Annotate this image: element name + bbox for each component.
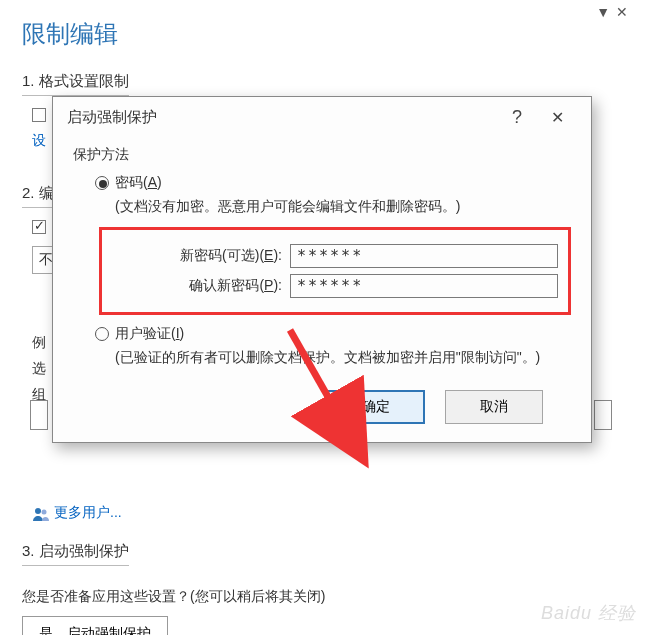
apply-settings-prompt: 您是否准备应用这些设置？(您可以稍后将其关闭) (22, 588, 628, 606)
new-password-input[interactable]: ****** (290, 244, 558, 268)
svg-point-1 (42, 509, 47, 514)
more-users-link[interactable]: 更多用户... (54, 504, 122, 520)
section3-heading: 3. 启动强制保护 (22, 542, 129, 566)
section2-heading: 2. 编 (22, 184, 54, 208)
dialog-close-button[interactable]: ✕ (537, 108, 577, 127)
allow-editing-checkbox[interactable] (32, 220, 46, 234)
limit-formatting-checkbox[interactable] (32, 108, 46, 122)
panel-dropdown-icon[interactable]: ▼ (596, 4, 616, 20)
new-password-label: 新密码(可选)(E): (112, 247, 282, 265)
cancel-button[interactable]: 取消 (445, 390, 543, 424)
svg-point-0 (35, 508, 41, 514)
password-radio-label: 密码(A) (115, 174, 162, 190)
password-fields-highlight: 新密码(可选)(E): ****** 确认新密码(P): ****** (99, 227, 571, 315)
panel-close-icon[interactable]: ✕ (616, 4, 634, 20)
groups-list-box[interactable] (30, 400, 48, 430)
confirm-password-input[interactable]: ****** (290, 274, 558, 298)
userauth-radio-row[interactable]: 用户验证(I) (95, 325, 571, 343)
userauth-radio-desc: (已验证的所有者可以删除文档保护。文档被加密并启用"限制访问"。) (115, 347, 571, 368)
dialog-title: 启动强制保护 (67, 108, 497, 127)
start-enforcement-dialog: 启动强制保护 ? ✕ 保护方法 密码(A) (文档没有加密。恶意用户可能会编辑文… (52, 96, 592, 443)
password-radio[interactable] (95, 176, 109, 190)
protection-method-label: 保护方法 (73, 146, 571, 164)
confirm-password-label: 确认新密码(P): (112, 277, 282, 295)
dialog-help-button[interactable]: ? (497, 107, 537, 128)
userauth-radio-label: 用户验证(I) (115, 325, 184, 341)
start-enforcement-button[interactable]: 是，启动强制保护 (22, 616, 168, 635)
panel-window-controls: ▼✕ (596, 4, 634, 20)
people-icon (32, 507, 50, 521)
userauth-radio[interactable] (95, 327, 109, 341)
password-radio-desc: (文档没有加密。恶意用户可能会编辑文件和删除密码。) (115, 196, 571, 217)
password-radio-row[interactable]: 密码(A) (95, 174, 571, 192)
ok-button[interactable]: 确定 (327, 390, 425, 424)
panel-title: 限制编辑 (22, 18, 628, 50)
groups-list-box-right[interactable] (594, 400, 612, 430)
section1-heading: 1. 格式设置限制 (22, 72, 129, 96)
